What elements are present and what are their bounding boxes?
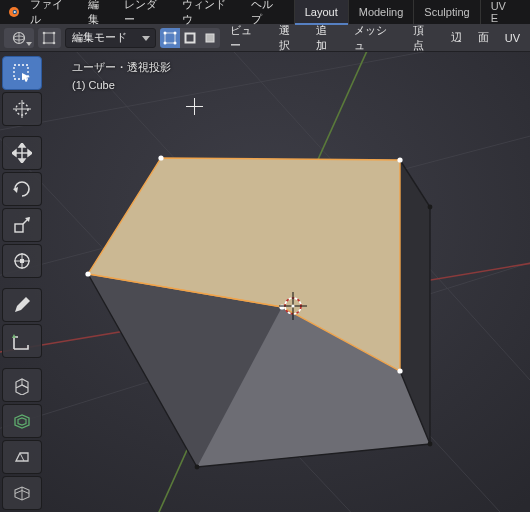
svg-point-13 (164, 41, 167, 44)
menu-edit[interactable]: 編集 (82, 0, 116, 27)
select-mode-vertex[interactable] (160, 28, 180, 48)
svg-marker-52 (28, 150, 32, 156)
header-menu-edge[interactable]: 辺 (445, 30, 468, 45)
workspace-tab-sculpting[interactable]: Sculpting (413, 0, 479, 24)
header-menu-add[interactable]: 追加 (310, 23, 344, 53)
svg-point-33 (279, 304, 284, 309)
viewport-canvas (0, 52, 530, 512)
svg-point-2 (14, 11, 16, 13)
svg-point-34 (85, 271, 90, 276)
header-menu-face[interactable]: 面 (472, 30, 495, 45)
tool-scale[interactable] (2, 208, 42, 242)
svg-rect-16 (206, 34, 214, 42)
mode-select-dropdown[interactable]: 編集モード (65, 28, 156, 48)
header-menu-vertex[interactable]: 頂点 (407, 23, 441, 53)
svg-marker-50 (19, 159, 25, 163)
svg-point-31 (397, 157, 402, 162)
workspace-tab-modeling[interactable]: Modeling (348, 0, 414, 24)
editor-type-dropdown[interactable] (4, 28, 34, 48)
svg-rect-5 (44, 33, 54, 43)
tool-loopcut[interactable] (2, 476, 42, 510)
blender-logo-icon (4, 3, 22, 21)
viewport-3d[interactable]: ユーザー・透視投影 (1) Cube (0, 52, 530, 512)
tool-move[interactable] (2, 136, 42, 170)
workspace-tab-uv[interactable]: UV E (480, 0, 526, 24)
svg-point-30 (158, 155, 163, 160)
menu-render[interactable]: レンダー (118, 0, 174, 27)
svg-point-36 (428, 442, 433, 447)
header-menu-mesh[interactable]: メッシュ (348, 23, 403, 53)
svg-marker-51 (12, 150, 16, 156)
svg-line-61 (20, 453, 24, 461)
tool-rotate[interactable] (2, 172, 42, 206)
select-mode-edge[interactable] (180, 28, 200, 48)
svg-point-37 (195, 465, 200, 470)
header-menu-view[interactable]: ビュー (224, 23, 268, 53)
svg-point-32 (397, 368, 402, 373)
svg-rect-54 (15, 224, 23, 232)
svg-point-8 (43, 41, 46, 44)
svg-rect-10 (165, 33, 175, 43)
mode-icon-button[interactable] (38, 28, 62, 48)
tool-cursor[interactable] (2, 92, 42, 126)
menu-file[interactable]: ファイル (24, 0, 80, 27)
mesh-select-mode-group (160, 28, 220, 48)
tool-extrude[interactable] (2, 368, 42, 402)
mode-select-label: 編集モード (72, 30, 127, 45)
svg-point-11 (164, 31, 167, 34)
top-menu-bar: ファイル 編集 レンダー ウィンドウ ヘルプ Layout Modeling S… (0, 0, 530, 24)
tool-bevel[interactable] (2, 440, 42, 474)
select-mode-face[interactable] (200, 28, 220, 48)
svg-rect-59 (20, 259, 24, 263)
tool-annotate[interactable] (2, 288, 42, 322)
svg-point-12 (174, 31, 177, 34)
svg-point-9 (53, 41, 56, 44)
svg-marker-60 (12, 334, 16, 338)
tool-box-select[interactable] (2, 56, 42, 90)
tool-transform[interactable] (2, 244, 42, 278)
svg-point-14 (174, 41, 177, 44)
tool-inset[interactable] (2, 404, 42, 438)
svg-marker-49 (19, 143, 25, 147)
workspace-tabs: Layout Modeling Sculpting UV E (294, 0, 526, 24)
svg-point-35 (428, 205, 433, 210)
header-menu-select[interactable]: 選択 (273, 23, 307, 53)
svg-point-6 (43, 31, 46, 34)
workspace-tab-layout[interactable]: Layout (294, 0, 348, 24)
svg-point-7 (53, 31, 56, 34)
header-menu-uv[interactable]: UV (499, 32, 526, 44)
svg-point-42 (291, 304, 294, 307)
tool-measure[interactable] (2, 324, 42, 358)
toolbar-left (2, 56, 42, 512)
editor-3dview-header: 編集モード ビュー 選択 追加 メッシュ 頂点 辺 面 UV (0, 24, 530, 52)
svg-rect-15 (186, 33, 195, 42)
